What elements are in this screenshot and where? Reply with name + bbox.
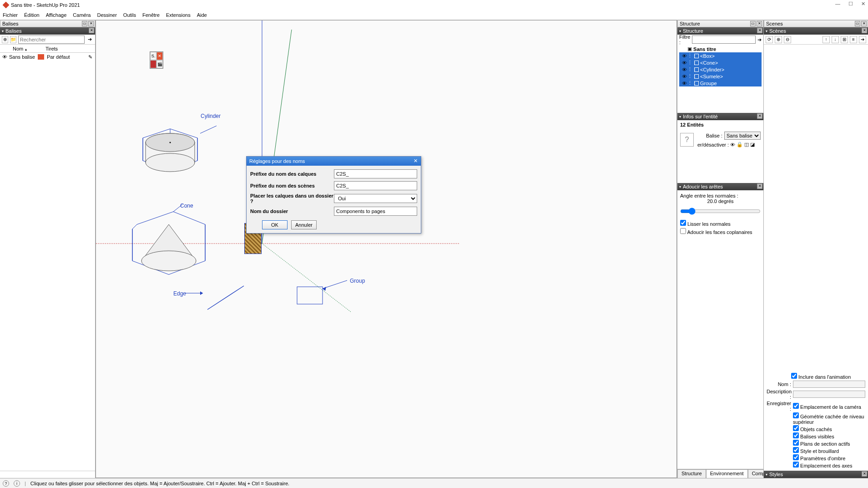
tags-search-input[interactable] <box>18 36 85 44</box>
scene-menu-icon[interactable]: ➔ <box>859 36 866 43</box>
visibility-icon[interactable]: 👁 <box>0 54 9 60</box>
outliner-item[interactable]: 👁⋮⋮<Sumele> <box>679 73 762 80</box>
soften-coplanar-checkbox[interactable] <box>680 228 686 234</box>
menu-outils[interactable]: Outils <box>123 12 136 18</box>
cancel-button[interactable]: Annuler <box>291 220 317 229</box>
scene-name-input[interactable] <box>793 381 865 388</box>
save-shadow-checkbox[interactable] <box>793 454 799 460</box>
pin-icon[interactable]: ▭ <box>82 21 87 26</box>
palette-icon[interactable]: 🎬 <box>156 60 163 68</box>
shadow-icon[interactable]: ◪ <box>750 142 755 147</box>
scene-view-icon[interactable]: ⊞ <box>841 36 848 43</box>
scenes-panel-title[interactable]: Scenes ▭✕ <box>764 20 868 27</box>
soften-tray-header[interactable]: Adoucir les arêtes ✕ <box>677 183 763 190</box>
include-animation-checkbox[interactable] <box>791 373 797 379</box>
folder-question-select[interactable]: Oui <box>334 194 417 203</box>
palette-close-icon[interactable]: ✕ <box>156 52 163 60</box>
minimize-button[interactable]: — <box>835 1 840 7</box>
visibility-icon[interactable]: 👁 <box>681 60 687 66</box>
structure-tray-header[interactable]: Structure ✕ <box>677 27 763 35</box>
outliner-item[interactable]: 👁⋮⋮<Box> <box>679 52 762 59</box>
scene-prefix-input[interactable] <box>334 181 417 190</box>
palette-icon[interactable] <box>150 60 156 68</box>
visibility-icon[interactable]: 👁 <box>681 81 687 86</box>
styles-tray-header[interactable]: Styles ✕ <box>764 471 868 478</box>
entity-tray-header[interactable]: Infos sur l'entité ✕ <box>677 113 763 120</box>
dialog-titlebar[interactable]: Réglages pour des noms ✕ <box>247 157 421 166</box>
visibility-icon[interactable]: 👁 <box>730 142 735 147</box>
edit-icon[interactable]: ✎ <box>88 54 92 60</box>
tags-menu-icon[interactable]: ➔ <box>86 36 93 42</box>
visibility-icon[interactable]: 👁 <box>681 74 687 79</box>
balise-select[interactable]: Sans balise <box>724 132 761 140</box>
help-icon[interactable]: ? <box>3 480 9 487</box>
layer-prefix-input[interactable] <box>334 169 417 178</box>
shadow-icon[interactable]: ◫ <box>744 142 749 147</box>
close-button[interactable]: ✕ <box>861 1 865 7</box>
save-style-checkbox[interactable] <box>793 447 799 453</box>
folder-name-input[interactable] <box>334 207 417 216</box>
close-icon[interactable]: ✕ <box>757 183 762 189</box>
close-icon[interactable]: ✕ <box>862 471 867 477</box>
filter-menu-icon[interactable]: ➔ <box>757 37 762 43</box>
close-icon[interactable]: ✕ <box>861 21 867 26</box>
outliner-item[interactable]: 👁⋮⋮<Cone> <box>679 59 762 66</box>
save-hidden-geo-checkbox[interactable] <box>793 412 799 418</box>
lock-icon[interactable]: 🔒 <box>737 142 743 147</box>
save-hidden-obj-checkbox[interactable] <box>793 425 799 431</box>
ok-button[interactable]: OK <box>262 220 288 229</box>
angle-slider[interactable] <box>680 208 761 215</box>
info-icon[interactable]: i <box>14 480 20 487</box>
tab-environnement[interactable]: Environnement <box>706 469 748 478</box>
visibility-icon[interactable]: 👁 <box>681 67 687 72</box>
tag-row[interactable]: 👁 Sans balise Par défaut ✎ <box>0 53 95 61</box>
close-icon[interactable]: ✕ <box>757 113 762 119</box>
update-scene-icon[interactable]: ⟳ <box>766 36 773 43</box>
pin-icon[interactable]: ▭ <box>750 21 756 26</box>
tags-col-dash[interactable]: Tirets <box>45 46 58 51</box>
menu-fichier[interactable]: Fichier <box>3 12 18 18</box>
palette-icon[interactable]: S. <box>150 52 156 60</box>
menu-fenetre[interactable]: Fenêtre <box>142 12 160 18</box>
save-camera-checkbox[interactable] <box>793 403 799 409</box>
outliner-root[interactable]: ▣ Sans titre <box>679 46 762 52</box>
add-tag-icon[interactable]: ⊕ <box>2 36 8 43</box>
save-section-checkbox[interactable] <box>793 440 799 446</box>
menu-edition[interactable]: Édition <box>24 12 40 18</box>
menu-extensions[interactable]: Extensions <box>166 12 191 18</box>
close-icon[interactable]: ✕ <box>757 28 762 33</box>
scene-down-icon[interactable]: ↓ <box>832 36 839 43</box>
save-axes-checkbox[interactable] <box>793 462 799 468</box>
menu-aide[interactable]: Aide <box>197 12 207 18</box>
viewport[interactable]: S.✕ 🎬 Cylinder Cone Edge <box>96 20 677 478</box>
scene-list-icon[interactable]: ≡ <box>850 36 857 43</box>
add-scene-icon[interactable]: ⊕ <box>775 36 782 43</box>
tags-col-name[interactable]: Nom <box>13 46 23 51</box>
scene-up-icon[interactable]: ↑ <box>823 36 830 43</box>
structure-panel-title[interactable]: Structure ▭✕ <box>677 20 763 27</box>
close-icon[interactable]: ✕ <box>89 28 94 33</box>
outliner-item[interactable]: 👁⋮⋮<Cylinder> <box>679 66 762 73</box>
tag-color-swatch[interactable] <box>38 54 44 60</box>
tags-tray-header[interactable]: Balises ✕ <box>0 27 95 35</box>
tab-structure[interactable]: Structure <box>677 469 706 478</box>
tags-panel-title[interactable]: Balises ▭ ✕ <box>0 20 95 27</box>
extension-palette[interactable]: S.✕ 🎬 <box>150 51 163 69</box>
menu-camera[interactable]: Caméra <box>73 12 91 18</box>
scenes-tray-header[interactable]: Scènes ✕ <box>764 27 868 35</box>
visibility-icon[interactable]: 👁 <box>681 53 687 59</box>
dialog-close-icon[interactable]: ✕ <box>412 158 419 165</box>
close-icon[interactable]: ✕ <box>88 21 94 26</box>
structure-filter-input[interactable] <box>692 36 756 44</box>
smooth-normals-checkbox[interactable] <box>680 220 686 226</box>
scene-desc-input[interactable] <box>793 391 865 398</box>
maximize-button[interactable]: ☐ <box>848 1 853 7</box>
close-icon[interactable]: ✕ <box>757 21 762 26</box>
add-folder-icon[interactable]: 📁 <box>10 36 16 43</box>
save-tags-checkbox[interactable] <box>793 432 799 438</box>
menu-dessiner[interactable]: Dessiner <box>97 12 116 18</box>
pin-icon[interactable]: ▭ <box>855 21 860 26</box>
remove-scene-icon[interactable]: ⊖ <box>784 36 791 43</box>
close-icon[interactable]: ✕ <box>862 28 867 33</box>
menu-affichage[interactable]: Affichage <box>46 12 67 18</box>
